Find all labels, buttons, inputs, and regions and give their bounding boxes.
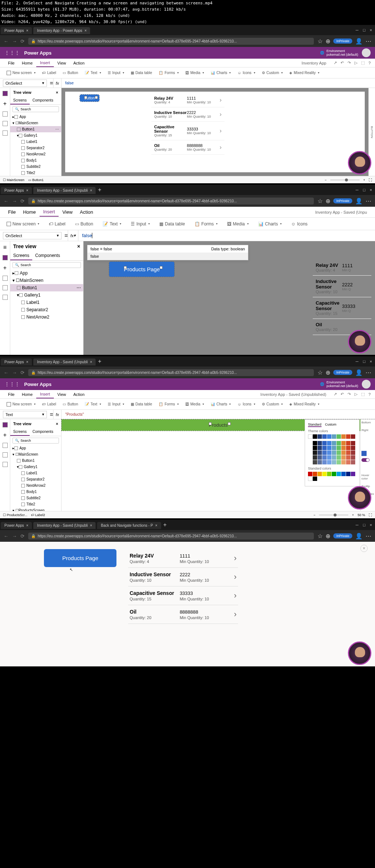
tree-button1[interactable]: Button1⋯ xyxy=(10,284,83,291)
color-swatch[interactable] xyxy=(313,477,317,481)
tree-gallery1[interactable]: ▾ Gallery1 xyxy=(10,291,83,299)
tree-button1[interactable]: Button1 xyxy=(10,457,61,464)
color-swatch[interactable] xyxy=(308,472,312,476)
data-icon[interactable] xyxy=(3,111,8,117)
redo-icon[interactable]: ↷ xyxy=(348,60,351,65)
text-button[interactable]: 📝 Text xyxy=(82,69,103,76)
tab-inventory[interactable]: Inventory App - Saved (Unpubli× xyxy=(33,187,96,194)
breadcrumb-screen[interactable]: MainScreen xyxy=(7,178,25,182)
color-swatch[interactable] xyxy=(318,460,322,464)
url-input[interactable]: 🔒https://eu.create.powerapps.com/studio/… xyxy=(28,369,314,376)
color-swatch[interactable] xyxy=(346,441,350,445)
icons-button[interactable]: ☺ Icons xyxy=(235,69,257,76)
menu-insert[interactable]: Insert xyxy=(36,59,54,67)
color-swatch[interactable] xyxy=(346,472,350,476)
tree-separator2[interactable]: Separator2 xyxy=(10,145,61,151)
gallery[interactable]: Relay 24VQuantity: 41111Min Quantity: 10… xyxy=(151,93,224,155)
profile-icon[interactable]: 👤 xyxy=(355,198,363,205)
forms-button[interactable]: 📋 Forms xyxy=(156,401,181,408)
environment-picker[interactable]: 🌐 Environment pokemail.net (default) xyxy=(320,49,358,56)
toggle-switch[interactable] xyxy=(361,458,370,462)
tab-powerapps[interactable]: Power Apps× xyxy=(1,27,32,34)
tree-app[interactable]: ▸ App xyxy=(10,445,61,451)
color-swatch[interactable] xyxy=(322,450,327,455)
custom-button[interactable]: ⚙ Custom xyxy=(260,401,285,408)
tree-body1[interactable]: Body1 xyxy=(10,489,61,495)
color-swatch[interactable] xyxy=(346,460,350,464)
list-item[interactable]: Relay 24VQuantity: 41111Min Quantity: 10… xyxy=(128,549,238,568)
color-swatch[interactable] xyxy=(318,455,322,460)
new-tab-icon[interactable]: + xyxy=(163,522,167,528)
menu-view[interactable]: View xyxy=(59,208,76,216)
redo-icon[interactable]: ↷ xyxy=(348,392,351,397)
color-swatch[interactable] xyxy=(341,450,346,455)
zoom-in-icon[interactable]: + xyxy=(363,178,365,182)
formula-input[interactable]: false xyxy=(62,81,375,85)
menu-action[interactable]: Action xyxy=(70,391,88,398)
tree-gallery1[interactable]: ▾ Gallery1 xyxy=(10,132,61,139)
tree-mainscreen[interactable]: ▾ ☐ MainScreen xyxy=(10,451,61,457)
close-icon[interactable]: × xyxy=(370,188,372,192)
media-button[interactable]: 🖼 Media xyxy=(183,69,206,76)
color-swatch[interactable] xyxy=(332,472,336,476)
canvas[interactable]: false = falseData type: boolean false Pr… xyxy=(83,241,375,355)
chevron-right-icon[interactable]: › xyxy=(234,572,237,582)
forward-icon[interactable]: → xyxy=(12,370,17,375)
button-control[interactable]: Products Page xyxy=(109,262,174,277)
minimize-icon[interactable]: ─ xyxy=(356,523,359,527)
tree-icon[interactable] xyxy=(3,422,8,427)
close-icon[interactable]: × xyxy=(77,243,80,249)
publish-icon[interactable]: ⬚ xyxy=(361,60,365,65)
input-button[interactable]: ☰ Input xyxy=(129,220,152,228)
zoom-out-icon[interactable]: − xyxy=(324,178,326,182)
tab-screens[interactable]: Screens xyxy=(10,428,30,436)
maximize-icon[interactable]: □ xyxy=(363,188,365,192)
url-input[interactable]: 🔒https://eu.create.powerapps.com/studio/… xyxy=(28,533,314,540)
tools-icon[interactable] xyxy=(3,295,8,300)
tree-nextarrow2[interactable]: NextArrow2 xyxy=(10,151,61,157)
minimize-icon[interactable]: ─ xyxy=(356,28,359,32)
color-swatch[interactable] xyxy=(327,446,331,450)
color-swatch[interactable] xyxy=(322,441,327,445)
color-swatch[interactable] xyxy=(346,455,350,460)
media-button[interactable]: 🖼 Media xyxy=(183,401,206,408)
custom-button[interactable]: ⚙ Custom xyxy=(260,69,285,76)
back-icon[interactable]: ← xyxy=(4,38,8,44)
tree-button1[interactable]: Button1⋯ xyxy=(10,126,61,132)
button-button[interactable]: ▭ Button xyxy=(60,69,80,76)
property-select[interactable]: OnSelect▾ xyxy=(3,232,62,239)
tree-mainscreen[interactable]: ▾ ☐ MainScreen xyxy=(10,120,61,126)
mixed-reality-button[interactable]: ◈ Mixed Reality xyxy=(287,69,322,76)
close-icon[interactable]: × xyxy=(26,29,28,33)
close-icon[interactable]: × xyxy=(370,359,372,364)
intellisense-suggestion[interactable]: false xyxy=(88,253,248,260)
input-button[interactable]: ☰ Input xyxy=(105,69,126,76)
tab-screens[interactable]: Screens xyxy=(10,97,30,104)
text-button[interactable]: 📝 Text xyxy=(82,401,103,408)
mixed-reality-button[interactable]: ◈ Mixed Reality xyxy=(287,401,322,408)
close-icon[interactable]: × xyxy=(26,360,28,364)
help-icon[interactable]: ? xyxy=(368,61,371,65)
color-swatch[interactable] xyxy=(346,446,350,450)
color-swatch[interactable] xyxy=(341,441,346,445)
favorite-icon[interactable]: ☆ xyxy=(318,369,323,376)
plus-icon[interactable]: + xyxy=(3,100,7,107)
undo-icon[interactable]: ↶ xyxy=(341,60,344,65)
new-tab-icon[interactable]: + xyxy=(98,358,101,365)
preview-screen[interactable]: × Products Page ↖ Relay 24VQuantity: 411… xyxy=(0,542,375,666)
url-input[interactable]: 🔒 https://eu.create.powerapps.com/studio… xyxy=(28,38,314,45)
share-icon[interactable]: ↗ xyxy=(334,392,337,397)
help-icon[interactable]: ? xyxy=(368,392,371,397)
color-swatch[interactable] xyxy=(337,446,341,450)
list-item[interactable]: Capacitive SensorQuantity: 1533333Min Qu… xyxy=(151,122,224,140)
favorite-icon[interactable]: ☆ xyxy=(318,38,323,45)
plus-icon[interactable]: + xyxy=(3,432,7,438)
close-icon[interactable]: × xyxy=(56,422,58,426)
tab-docs[interactable]: Back and Navigate functions - P× xyxy=(97,522,161,529)
tree-separator2[interactable]: Separator2 xyxy=(10,476,61,482)
list-item[interactable]: Inductive SensorQuantity: 102222Min Q xyxy=(313,276,371,297)
refresh-icon[interactable]: ⟳ xyxy=(21,198,25,204)
back-icon[interactable]: ← xyxy=(4,370,8,375)
tree-label1[interactable]: Label1 xyxy=(10,299,83,306)
media-rail-icon[interactable] xyxy=(3,121,8,126)
